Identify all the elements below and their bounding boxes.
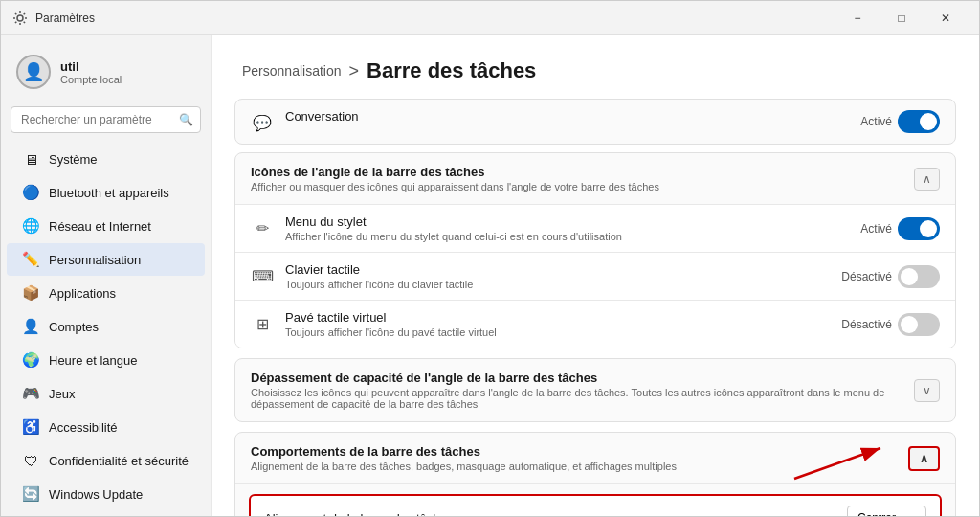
- user-section: 👤 util Compte local: [1, 45, 211, 102]
- pave-status: Désactivé: [841, 318, 892, 331]
- main-content: Personnalisation > Barre des tâches 💬 Co…: [212, 35, 979, 516]
- sidebar-item-windows-update[interactable]: 🔄 Windows Update: [7, 478, 205, 510]
- stylet-toggle-thumb: [920, 220, 937, 237]
- stylet-label: Menu du stylet: [285, 214, 622, 229]
- breadcrumb-parent[interactable]: Personnalisation: [242, 63, 342, 79]
- comportements-title: Comportements de la barre des tâches: [251, 444, 677, 459]
- clavier-toggle-track[interactable]: [898, 265, 940, 288]
- sidebar-item-accessibilite[interactable]: ♿ Accessibilité: [7, 411, 205, 443]
- clavier-toggle-thumb: [901, 268, 918, 285]
- stylet-desc: Afficher l'icône du menu du stylet quand…: [285, 231, 622, 242]
- titlebar-left: Paramètres: [12, 11, 95, 26]
- pave-row: ⊞ Pavé tactile virtuel Toujours afficher…: [235, 300, 955, 348]
- stylet-toggle-track[interactable]: [898, 217, 940, 240]
- user-name: util: [60, 59, 122, 74]
- clavier-row: ⌨ Clavier tactile Toujours afficher l'ic…: [235, 252, 955, 300]
- icones-header-left: Icônes de l'angle de la barre des tâches…: [251, 165, 659, 192]
- systeme-icon: 🖥: [22, 150, 39, 168]
- pave-left: ⊞ Pavé tactile virtuel Toujours afficher…: [251, 310, 497, 338]
- page-header: Personnalisation > Barre des tâches: [212, 35, 979, 99]
- stylet-row: ✏ Menu du stylet Afficher l'icône du men…: [235, 204, 955, 252]
- comportements-section: Comportements de la barre des tâches Ali…: [234, 432, 956, 516]
- pave-text: Pavé tactile virtuel Toujours afficher l…: [285, 310, 497, 338]
- alignement-select[interactable]: Centrer Gauche: [847, 506, 926, 516]
- settings-content: 💬 Conversation Activé: [212, 99, 979, 516]
- jeux-icon: 🎮: [22, 385, 39, 402]
- clavier-label: Clavier tactile: [285, 262, 473, 277]
- maximize-button[interactable]: □: [880, 3, 924, 34]
- sidebar-item-heure[interactable]: 🌍 Heure et langue: [7, 344, 205, 376]
- conversation-toggle[interactable]: [898, 110, 940, 133]
- stylet-toggle-wrap: Activé: [860, 217, 940, 240]
- pave-toggle-thumb: [901, 316, 918, 333]
- sidebar-label-applications: Applications: [49, 286, 116, 301]
- depassement-chevron[interactable]: ∨: [914, 379, 940, 402]
- reseau-icon: 🌐: [22, 217, 39, 235]
- depassement-section: Dépassement de capacité de l'angle de la…: [234, 358, 956, 422]
- stylet-status: Activé: [860, 222, 892, 236]
- clavier-toggle[interactable]: [898, 265, 940, 288]
- sidebar-label-confidentialite: Confidentialité et sécurité: [49, 454, 189, 468]
- stylet-text: Menu du stylet Afficher l'icône du menu …: [285, 214, 622, 242]
- sidebar-item-confidentialite[interactable]: 🛡 Confidentialité et sécurité: [7, 444, 205, 477]
- sidebar-label-jeux: Jeux: [49, 387, 75, 401]
- sidebar-label-windows-update: Windows Update: [49, 487, 143, 502]
- sidebar-item-comptes[interactable]: 👤 Comptes: [7, 310, 205, 343]
- sidebar-label-accessibilite: Accessibilité: [49, 420, 118, 435]
- pave-icon: ⊞: [251, 312, 274, 335]
- conversation-toggle-track[interactable]: [898, 110, 940, 133]
- depassement-header-left: Dépassement de capacité de l'angle de la…: [251, 371, 914, 410]
- window-title: Paramètres: [35, 11, 95, 25]
- conversation-label: Conversation: [285, 109, 359, 124]
- icones-section-header[interactable]: Icônes de l'angle de la barre des tâches…: [235, 153, 955, 204]
- comportements-header: Comportements de la barre des tâches Ali…: [235, 433, 955, 484]
- sidebar-item-bluetooth[interactable]: 🔵 Bluetooth et appareils: [7, 176, 205, 209]
- pave-toggle-track[interactable]: [898, 313, 940, 336]
- clavier-text: Clavier tactile Toujours afficher l'icôn…: [285, 262, 473, 290]
- clavier-icon: ⌨: [251, 264, 274, 287]
- sidebar-item-reseau[interactable]: 🌐 Réseau et Internet: [7, 210, 205, 242]
- breadcrumb-sep: >: [349, 61, 360, 81]
- titlebar-controls: − □ ✕: [835, 3, 968, 34]
- app-content: 👤 util Compte local 🔍 🖥 Système 🔵 Blueto…: [1, 35, 979, 516]
- pave-toggle[interactable]: [898, 313, 940, 336]
- bluetooth-icon: 🔵: [22, 184, 39, 201]
- sidebar-label-personnalisation: Personnalisation: [49, 253, 141, 267]
- svg-point-0: [17, 15, 23, 21]
- clavier-toggle-wrap: Désactivé: [841, 265, 940, 288]
- search-icon: 🔍: [179, 113, 193, 126]
- personnalisation-icon: ✏️: [22, 251, 39, 268]
- conversation-row: 💬 Conversation Activé: [234, 99, 956, 145]
- sidebar-item-personnalisation[interactable]: ✏️ Personnalisation: [7, 243, 205, 276]
- conversation-toggle-wrap: Activé: [860, 110, 940, 133]
- conversation-toggle-thumb: [920, 113, 937, 130]
- search-input[interactable]: [11, 106, 201, 133]
- sidebar-label-bluetooth: Bluetooth et appareils: [49, 186, 169, 200]
- search-box: 🔍: [11, 106, 201, 133]
- titlebar: Paramètres − □ ✕: [1, 1, 979, 35]
- clavier-desc: Toujours afficher l'icône du clavier tac…: [285, 279, 473, 290]
- sidebar-item-jeux[interactable]: 🎮 Jeux: [7, 377, 205, 410]
- settings-app-icon: [12, 11, 28, 26]
- icones-chevron[interactable]: ∧: [914, 168, 940, 191]
- minimize-button[interactable]: −: [835, 3, 880, 34]
- sidebar-item-systeme[interactable]: 🖥 Système: [7, 143, 205, 175]
- red-arrow-alignement: [212, 506, 260, 516]
- stylet-icon: ✏: [251, 216, 274, 239]
- user-type: Compte local: [60, 74, 122, 85]
- stylet-toggle[interactable]: [898, 217, 940, 240]
- heure-icon: 🌍: [22, 351, 39, 369]
- alignement-row: Alignement de la barre des tâches Centre…: [264, 506, 926, 516]
- depassement-subtitle: Choisissez les icônes qui peuvent appara…: [251, 387, 914, 410]
- comportements-subtitle: Alignement de la barre des tâches, badge…: [251, 461, 677, 472]
- sidebar-label-reseau: Réseau et Internet: [49, 219, 151, 234]
- pave-desc: Toujours afficher l'icône du pavé tactil…: [285, 326, 497, 338]
- confidentialite-icon: 🛡: [22, 452, 39, 469]
- alignement-select-wrap: Centrer Gauche: [847, 506, 926, 516]
- sidebar-item-applications[interactable]: 📦 Applications: [7, 277, 205, 309]
- conversation-text: Conversation: [285, 109, 359, 124]
- depassement-header[interactable]: Dépassement de capacité de l'angle de la…: [235, 359, 955, 421]
- user-info: util Compte local: [60, 59, 122, 85]
- comportements-expand-btn[interactable]: ∧: [908, 446, 940, 471]
- close-button[interactable]: ✕: [924, 3, 968, 34]
